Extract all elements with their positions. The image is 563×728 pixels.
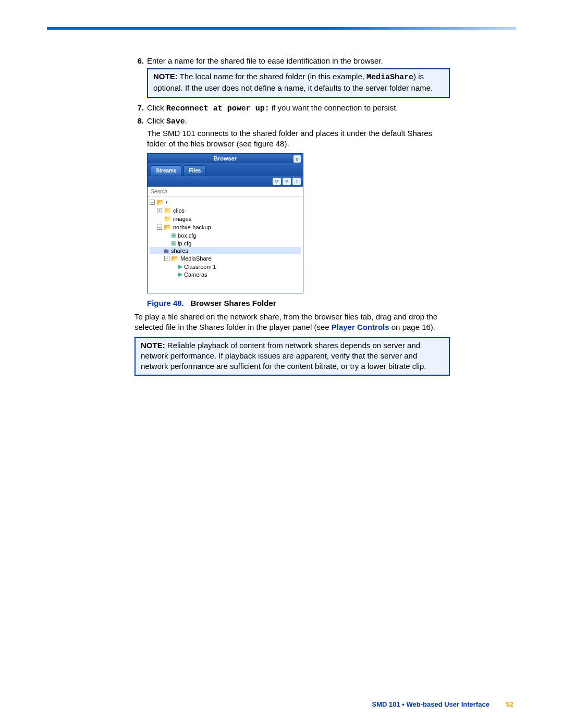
media-file-icon: ▶ [178, 271, 182, 278]
refresh-icon[interactable]: ⟳ [273, 178, 281, 185]
collapse-icon[interactable]: − [164, 256, 169, 261]
step-8-followup: The SMD 101 connects to the shared folde… [147, 128, 450, 150]
tree-shares[interactable]: 🖿 shares [150, 247, 301, 254]
folder-icon: 📁 [164, 215, 172, 223]
browser-titlebar: Browser » [148, 154, 303, 163]
step-7: 7. Click Reconnect at power up: if you w… [134, 103, 450, 113]
browser-panel: Browser » Streams Files ⟳ ✕ ↑ − 📂 / [147, 153, 303, 293]
expand-icon[interactable]: » [293, 155, 301, 163]
folder-icon: 📁 [164, 207, 172, 214]
media-file-icon: ▶ [178, 263, 182, 270]
share-folder-icon: 🖿 [164, 248, 169, 254]
play-paragraph: To play a file shared on the network sha… [134, 312, 450, 333]
note-label: NOTE: [141, 341, 165, 350]
step-text: Click Reconnect at power up: if you want… [147, 103, 450, 113]
figure-caption: Figure 48. Browser Shares Folder [147, 299, 450, 307]
tab-files[interactable]: Files [183, 165, 206, 176]
footer-text: SMD 101 • Web-based User Interface [372, 700, 489, 708]
note-text: Reliable playback of content from networ… [141, 341, 426, 371]
tree-mediashare[interactable]: − 📂 MediaShare [150, 254, 301, 263]
footer-page-number: 52 [506, 700, 513, 708]
tree-norbxe[interactable]: − 📂 norbxe-backup [150, 223, 301, 231]
step-text: Enter a name for the shared file to ease… [147, 56, 450, 65]
tab-streams[interactable]: Streams [151, 165, 181, 176]
note-label: NOTE: [153, 72, 178, 81]
config-file-icon: ▦ [171, 232, 176, 239]
folder-open-icon: 📂 [164, 224, 172, 231]
tree-root[interactable]: − 📂 / [150, 198, 301, 206]
config-file-icon: ▦ [171, 240, 176, 246]
player-controls-link[interactable]: Player Controls [332, 323, 389, 331]
note-box-1: NOTE: The local name for the shared fold… [147, 68, 450, 98]
tree-clips[interactable]: + 📁 clips [150, 206, 301, 215]
search-input[interactable] [148, 187, 303, 196]
note-text-pre: The local name for the shared folder (in… [180, 72, 367, 81]
header-rule [47, 27, 516, 30]
browser-title-text: Browser [214, 155, 237, 162]
search-row [148, 187, 303, 196]
reconnect-mono: Reconnect at power up: [166, 104, 270, 113]
tree-boxcfg[interactable]: ▦ box.cfg [150, 231, 301, 239]
file-tree: − 📂 / + 📁 clips 📁 images − 📂 no [148, 196, 303, 293]
collapse-icon[interactable]: − [157, 225, 162, 230]
folder-open-icon: 📂 [156, 199, 164, 206]
folder-open-icon: 📂 [171, 255, 179, 262]
page-content: 6. Enter a name for the shared file to e… [134, 56, 450, 381]
delete-icon[interactable]: ✕ [283, 178, 291, 185]
tree-ipcfg[interactable]: ▦ ip.cfg [150, 239, 301, 247]
note-mono: MediaShare [366, 73, 413, 82]
step-number: 8. [134, 116, 147, 150]
collapse-icon[interactable]: − [150, 200, 155, 205]
save-mono: Save [166, 117, 185, 126]
upload-icon[interactable]: ↑ [292, 178, 301, 185]
expand-icon[interactable]: + [157, 208, 162, 213]
browser-toolbar: ⟳ ✕ ↑ [148, 176, 303, 187]
note-box-2: NOTE: Reliable playback of content from … [134, 337, 450, 376]
step-text: Click Save. The SMD 101 connects to the … [147, 116, 450, 150]
browser-tabs: Streams Files [148, 163, 303, 176]
step-6: 6. Enter a name for the shared file to e… [134, 56, 450, 65]
figure-title: Browser Shares Folder [190, 299, 276, 307]
page-footer: SMD 101 • Web-based User Interface 52 [372, 700, 514, 708]
tree-images[interactable]: 📁 images [150, 215, 301, 223]
tree-classroom[interactable]: ▶ Classroom 1 [150, 263, 301, 270]
step-number: 7. [134, 103, 147, 113]
step-8: 8. Click Save. The SMD 101 connects to t… [134, 116, 450, 150]
step-number: 6. [134, 56, 147, 65]
figure-label: Figure 48. [147, 299, 184, 307]
figure-48: Browser » Streams Files ⟳ ✕ ↑ − 📂 / [147, 153, 450, 293]
tree-cameras[interactable]: ▶ Cameras [150, 270, 301, 278]
